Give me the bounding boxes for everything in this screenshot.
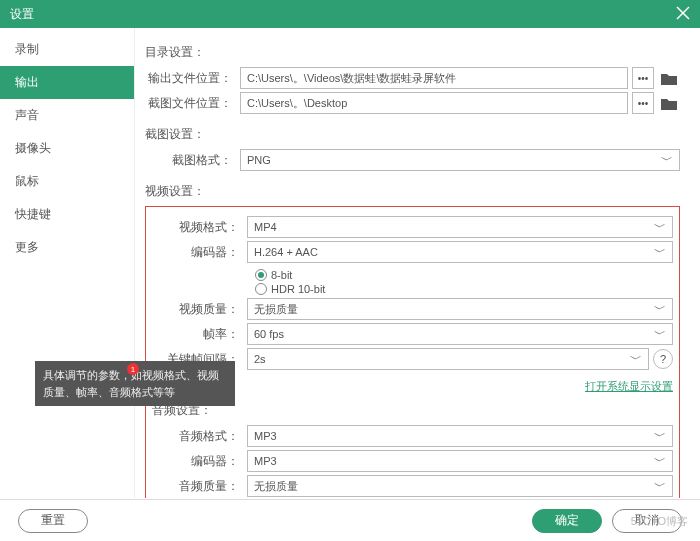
sidebar-item-mouse[interactable]: 鼠标: [0, 165, 134, 198]
section-audio-title: 音频设置：: [152, 402, 673, 419]
output-path-input[interactable]: C:\Users\。\Videos\数据蛙\数据蛙录屏软件: [240, 67, 628, 89]
video-quality-label: 视频质量：: [152, 301, 247, 318]
bit-depth-hdr-label: HDR 10-bit: [271, 283, 325, 295]
sidebar-item-audio[interactable]: 声音: [0, 99, 134, 132]
chevron-down-icon: ﹀: [654, 244, 666, 261]
bit-depth-hdr-radio[interactable]: [255, 283, 267, 295]
keyframe-select[interactable]: 2s﹀: [247, 348, 649, 370]
audio-quality-value: 无损质量: [254, 479, 298, 494]
chevron-down-icon: ﹀: [661, 152, 673, 169]
sidebar: 录制 输出 声音 摄像头 鼠标 快捷键 更多 具体调节的参数，如视频格式、视频质…: [0, 28, 135, 498]
chevron-down-icon: ﹀: [654, 453, 666, 470]
fps-value: 60 fps: [254, 328, 284, 340]
fps-select[interactable]: 60 fps﹀: [247, 323, 673, 345]
video-format-value: MP4: [254, 221, 277, 233]
screenshot-path-value: C:\Users\。\Desktop: [247, 96, 347, 111]
sidebar-item-output[interactable]: 输出: [0, 66, 134, 99]
section-dir-title: 目录设置：: [145, 44, 680, 61]
close-icon[interactable]: [676, 6, 690, 23]
folder-icon[interactable]: [658, 92, 680, 114]
output-path-label: 输出文件位置：: [145, 70, 240, 87]
chevron-down-icon: ﹀: [654, 428, 666, 445]
chevron-down-icon: ﹀: [654, 301, 666, 318]
section-video-title: 视频设置：: [145, 183, 680, 200]
sidebar-item-camera[interactable]: 摄像头: [0, 132, 134, 165]
video-highlight-box: 视频格式： MP4﹀ 编码器： H.264 + AAC﹀ 8-bit HDR 1…: [145, 206, 680, 498]
audio-format-label: 音频格式：: [152, 428, 247, 445]
video-format-label: 视频格式：: [152, 219, 247, 236]
audio-codec-select[interactable]: MP3﹀: [247, 450, 673, 472]
section-screenshot-title: 截图设置：: [145, 126, 680, 143]
audio-quality-label: 音频质量：: [152, 478, 247, 495]
help-icon[interactable]: ?: [653, 349, 673, 369]
ok-button[interactable]: 确定: [532, 509, 602, 533]
window-title: 设置: [10, 6, 34, 23]
video-format-select[interactable]: MP4﹀: [247, 216, 673, 238]
audio-format-select[interactable]: MP3﹀: [247, 425, 673, 447]
video-codec-label: 编码器：: [152, 244, 247, 261]
audio-format-value: MP3: [254, 430, 277, 442]
chevron-down-icon: ﹀: [630, 351, 642, 368]
bit-depth-8bit-radio[interactable]: [255, 269, 267, 281]
video-quality-value: 无损质量: [254, 302, 298, 317]
sidebar-item-hotkey[interactable]: 快捷键: [0, 198, 134, 231]
cancel-button[interactable]: 取消: [612, 509, 682, 533]
audio-quality-select[interactable]: 无损质量﹀: [247, 475, 673, 497]
chevron-down-icon: ﹀: [654, 478, 666, 495]
screenshot-format-label: 截图格式：: [145, 152, 240, 169]
output-path-value: C:\Users\。\Videos\数据蛙\数据蛙录屏软件: [247, 71, 456, 86]
chevron-down-icon: ﹀: [654, 326, 666, 343]
keyframe-value: 2s: [254, 353, 266, 365]
fps-label: 帧率：: [152, 326, 247, 343]
screenshot-format-value: PNG: [247, 154, 271, 166]
keyframe-label: 关键帧间隔：: [152, 351, 247, 368]
bit-depth-8bit-label: 8-bit: [271, 269, 292, 281]
audio-codec-value: MP3: [254, 455, 277, 467]
reset-button[interactable]: 重置: [18, 509, 88, 533]
display-settings-link[interactable]: 打开系统显示设置: [585, 379, 673, 394]
tooltip-badge: 1: [127, 363, 139, 375]
audio-codec-label: 编码器：: [152, 453, 247, 470]
folder-icon[interactable]: [658, 67, 680, 89]
screenshot-path-input[interactable]: C:\Users\。\Desktop: [240, 92, 628, 114]
screenshot-path-label: 截图文件位置：: [145, 95, 240, 112]
video-quality-select[interactable]: 无损质量﹀: [247, 298, 673, 320]
sidebar-item-record[interactable]: 录制: [0, 33, 134, 66]
video-codec-value: H.264 + AAC: [254, 246, 318, 258]
video-codec-select[interactable]: H.264 + AAC﹀: [247, 241, 673, 263]
screenshot-format-select[interactable]: PNG﹀: [240, 149, 680, 171]
output-path-browse-button[interactable]: •••: [632, 67, 654, 89]
chevron-down-icon: ﹀: [654, 219, 666, 236]
screenshot-path-browse-button[interactable]: •••: [632, 92, 654, 114]
sidebar-item-more[interactable]: 更多: [0, 231, 134, 264]
